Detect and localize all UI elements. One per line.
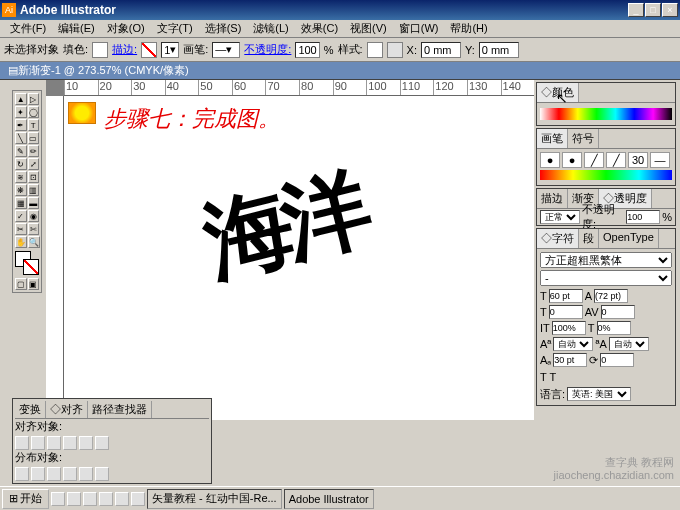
symbol-tool[interactable]: ❋	[15, 184, 27, 196]
stroke-swatch[interactable]	[141, 42, 157, 58]
dist-bottom-icon[interactable]	[47, 467, 61, 481]
type-tool[interactable]: T	[28, 119, 40, 131]
quicklaunch-icon[interactable]	[67, 492, 81, 506]
brush-preset[interactable]: ―	[650, 152, 670, 168]
align-hcenter-icon[interactable]	[31, 436, 45, 450]
task-button[interactable]: Adobe Illustrator	[284, 489, 374, 509]
align-left-icon[interactable]	[15, 436, 29, 450]
line-tool[interactable]: ╲	[15, 132, 27, 144]
tab-pathfinder[interactable]: 路径查找器	[88, 401, 152, 418]
graph-tool[interactable]: ▥	[28, 184, 40, 196]
tab-symbol[interactable]: 符号	[568, 129, 599, 148]
baseline-a[interactable]: 自动	[553, 337, 593, 351]
dist-hcenter-icon[interactable]	[79, 467, 93, 481]
hand-tool[interactable]: ✋	[15, 236, 27, 248]
font-style-select[interactable]: -	[540, 270, 672, 286]
canvas[interactable]: 步骤七：完成图。 海洋	[64, 96, 534, 420]
minimize-button[interactable]: _	[628, 3, 644, 17]
gradient-tool[interactable]: ▬	[28, 197, 40, 209]
menu-object[interactable]: 对象(O)	[101, 19, 151, 38]
menu-select[interactable]: 选择(S)	[199, 19, 248, 38]
color-picker[interactable]	[15, 251, 39, 275]
gradient-ramp[interactable]	[540, 170, 672, 180]
menu-effect[interactable]: 效果(C)	[295, 19, 344, 38]
tab-stroke[interactable]: 描边	[537, 189, 568, 208]
color-spectrum[interactable]	[540, 108, 672, 120]
tab-transform[interactable]: 变换	[15, 401, 46, 418]
rotate-tool[interactable]: ↻	[15, 158, 27, 170]
lasso-tool[interactable]: ◯	[28, 106, 40, 118]
stroke-bg[interactable]	[23, 259, 39, 275]
stroke-weight-input[interactable]: 1▾	[161, 42, 179, 58]
menu-view[interactable]: 视图(V)	[344, 19, 393, 38]
task-button[interactable]: 矢量教程 - 红动中国-Re...	[147, 489, 282, 509]
brush-preset[interactable]: 30	[628, 152, 648, 168]
hscale[interactable]	[552, 321, 586, 335]
align-vcenter-icon[interactable]	[79, 436, 93, 450]
rect-tool[interactable]: ▭	[28, 132, 40, 144]
menu-type[interactable]: 文字(T)	[151, 19, 199, 38]
dist-vcenter-icon[interactable]	[31, 467, 45, 481]
tab-brush[interactable]: 画笔	[537, 129, 568, 148]
brush-preset[interactable]: ╱	[584, 152, 604, 168]
quicklaunch-icon[interactable]	[51, 492, 65, 506]
pencil-tool[interactable]: ✏	[28, 145, 40, 157]
blend-mode-select[interactable]: 正常	[540, 210, 580, 224]
style-swatch[interactable]	[367, 42, 383, 58]
screen-mode-1[interactable]: ▢	[15, 278, 27, 290]
tracking[interactable]	[601, 305, 635, 319]
mesh-tool[interactable]: ▦	[15, 197, 27, 209]
scale-tool[interactable]: ⤢	[28, 158, 40, 170]
slice-tool[interactable]: ✂	[15, 223, 27, 235]
menu-edit[interactable]: 编辑(E)	[52, 19, 101, 38]
wand-tool[interactable]: ✦	[15, 106, 27, 118]
vscale[interactable]	[597, 321, 631, 335]
document-tab[interactable]: ▤ 新渐变-1 @ 273.57% (CMYK/像素)	[0, 62, 680, 80]
brush-tool[interactable]: ✎	[15, 145, 27, 157]
fill-swatch[interactable]	[92, 42, 108, 58]
type-feature-icons[interactable]: T T	[540, 371, 672, 383]
quicklaunch-icon[interactable]	[115, 492, 129, 506]
align-top-icon[interactable]	[63, 436, 77, 450]
screen-mode-2[interactable]: ▣	[28, 278, 40, 290]
quicklaunch-icon[interactable]	[83, 492, 97, 506]
y-input[interactable]: 0 mm	[479, 42, 519, 58]
style-icon[interactable]	[387, 42, 403, 58]
baseline-b[interactable]: 自动	[609, 337, 649, 351]
brush-preset[interactable]: ╱	[606, 152, 626, 168]
dist-top-icon[interactable]	[15, 467, 29, 481]
opacity-value[interactable]	[626, 210, 660, 224]
tab-align[interactable]: ◇对齐	[46, 401, 88, 418]
opacity-input[interactable]: 100	[295, 42, 319, 58]
warp-tool[interactable]: ≋	[15, 171, 27, 183]
maximize-button[interactable]: □	[645, 3, 661, 17]
lang-select[interactable]: 英语: 美国	[567, 387, 631, 401]
start-button[interactable]: ⊞ 开始	[2, 489, 49, 509]
zoom-tool[interactable]: 🔍	[28, 236, 40, 248]
align-bottom-icon[interactable]	[95, 436, 109, 450]
tab-character[interactable]: ◇字符	[537, 229, 579, 248]
brush-select[interactable]: ―▾	[212, 42, 240, 58]
direct-select-tool[interactable]: ▷	[28, 93, 40, 105]
pen-tool[interactable]: ✒	[15, 119, 27, 131]
brush-preset[interactable]: ●	[562, 152, 582, 168]
brush-preset[interactable]: ●	[540, 152, 560, 168]
blend-tool[interactable]: ◉	[28, 210, 40, 222]
dist-left-icon[interactable]	[63, 467, 77, 481]
x-input[interactable]: 0 mm	[421, 42, 461, 58]
stroke-label[interactable]: 描边:	[112, 42, 137, 57]
font-select[interactable]: 方正超粗黑繁体	[540, 252, 672, 268]
leading[interactable]	[594, 289, 628, 303]
align-right-icon[interactable]	[47, 436, 61, 450]
kerning[interactable]	[549, 305, 583, 319]
tab-color[interactable]: ◇颜色	[537, 83, 579, 102]
font-size[interactable]	[549, 289, 583, 303]
quicklaunch-icon[interactable]	[131, 492, 145, 506]
dist-right-icon[interactable]	[95, 467, 109, 481]
menu-window[interactable]: 窗口(W)	[393, 19, 445, 38]
menu-help[interactable]: 帮助(H)	[444, 19, 493, 38]
opacity-label[interactable]: 不透明度:	[244, 42, 291, 57]
scissors-tool[interactable]: ✄	[28, 223, 40, 235]
selection-tool[interactable]: ▲	[15, 93, 27, 105]
char-rotate[interactable]	[600, 353, 634, 367]
